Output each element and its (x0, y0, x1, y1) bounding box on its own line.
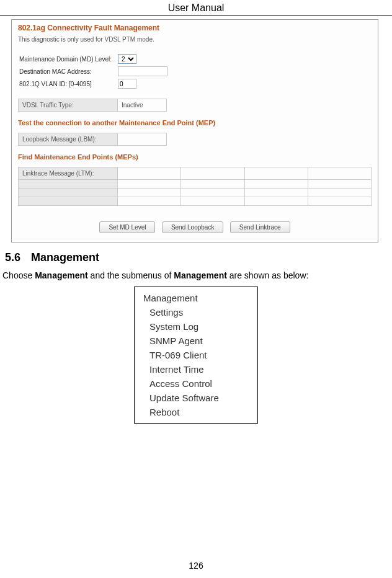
md-level-label: Maintenance Domain (MD) Level: (18, 53, 117, 65)
lbm-value (118, 133, 167, 146)
page-header: User Manual (0, 0, 392, 16)
test-section-label: Test the connection to another Maintenan… (18, 119, 372, 127)
vdsl-type-label: VDSL Traffic Type: (19, 99, 118, 112)
body-paragraph: Choose Management and the submenus of Ma… (2, 270, 390, 280)
submenu-item: TR-069 Client (143, 348, 251, 362)
ltm-cell (308, 189, 371, 197)
ltm-cell (244, 180, 308, 189)
vlan-label: 802.1Q VLAN ID: [0-4095] (18, 78, 117, 90)
submenu-item: Settings (143, 305, 251, 319)
ltm-cell (181, 167, 244, 180)
ltm-cell (118, 189, 181, 197)
send-linktrace-button[interactable]: Send Linktrace (230, 221, 290, 233)
vdsl-type-value: Inactive (118, 99, 167, 112)
submenu-item: Internet Time (143, 362, 251, 376)
ltm-cell (19, 180, 118, 189)
dest-mac-label: Destination MAC Address: (18, 65, 117, 78)
vlan-input[interactable] (118, 79, 136, 89)
ltm-cell (308, 197, 371, 206)
ltm-cell (118, 197, 181, 206)
ltm-cell (181, 180, 244, 189)
send-loopback-button[interactable]: Send Loopback (162, 221, 224, 233)
section-heading: 5.6Management (5, 251, 387, 264)
panel-note: This diagnostic is only used for VDSL PT… (18, 36, 372, 43)
lbm-label: Loopback Message (LBM): (19, 133, 118, 146)
ltm-cell (181, 197, 244, 206)
ltm-label: Linktrace Message (LTM): (19, 167, 118, 180)
panel-title: 802.1ag Connectivity Fault Management (18, 24, 372, 32)
submenu-item: Access Control (143, 376, 251, 391)
vdsl-type-table: VDSL Traffic Type: Inactive (18, 99, 167, 112)
submenu-screenshot: Management Settings System Log SNMP Agen… (134, 287, 258, 424)
ltm-cell (118, 180, 181, 189)
page-number: 126 (0, 561, 392, 571)
submenu-item: SNMP Agent (143, 334, 251, 348)
ltm-cell (308, 180, 371, 189)
ltm-table: Linktrace Message (LTM): (18, 167, 372, 206)
dest-mac-input[interactable] (118, 66, 167, 76)
section-title: Management (31, 251, 99, 264)
ltm-cell (181, 189, 244, 197)
ltm-cell (244, 197, 308, 206)
submenu-item: Reboot (143, 405, 251, 419)
ltm-cell (244, 167, 308, 180)
ltm-cell (244, 189, 308, 197)
submenu-title: Management (143, 291, 251, 305)
submenu-item: System Log (143, 319, 251, 334)
find-section-label: Find Maintenance End Points (MEPs) (18, 153, 372, 161)
section-number: 5.6 (5, 251, 31, 264)
button-row: Set MD Level Send Loopback Send Linktrac… (18, 218, 372, 236)
ltm-cell (118, 167, 181, 180)
lbm-table: Loopback Message (LBM): (18, 133, 167, 146)
set-md-level-button[interactable]: Set MD Level (99, 221, 155, 233)
form-fields: Maintenance Domain (MD) Level: 2 Destina… (18, 53, 169, 90)
config-panel-screenshot: 802.1ag Connectivity Fault Management Th… (11, 19, 378, 242)
submenu-item: Update Software (143, 391, 251, 405)
md-level-select[interactable]: 2 (118, 54, 136, 64)
ltm-cell (19, 189, 118, 197)
ltm-cell (19, 197, 118, 206)
ltm-cell (308, 167, 371, 180)
